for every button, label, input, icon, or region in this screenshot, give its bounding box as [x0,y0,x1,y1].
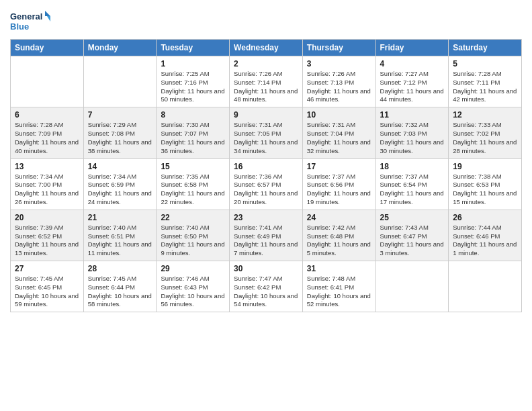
day-number: 8 [161,110,225,120]
day-number: 2 [234,59,298,68]
day-number: 17 [307,162,371,171]
svg-text:Blue: Blue [10,21,29,32]
cell-w3-d7: 19Sunrise: 7:38 AM Sunset: 6:53 PM Dayli… [449,158,522,210]
day-number: 27 [15,264,79,273]
cell-w3-d1: 13Sunrise: 7:34 AM Sunset: 7:00 PM Dayli… [11,158,84,210]
day-number: 18 [380,162,445,171]
col-friday: Friday [375,40,449,56]
week-row-1: 1Sunrise: 7:25 AM Sunset: 7:16 PM Daylig… [11,56,522,107]
cell-content: Sunrise: 7:46 AM Sunset: 6:43 PM Dayligh… [161,275,225,309]
cell-w2-d2: 7Sunrise: 7:29 AM Sunset: 7:08 PM Daylig… [83,107,157,158]
cell-content: Sunrise: 7:33 AM Sunset: 7:02 PM Dayligh… [453,121,517,155]
cell-w2-d5: 10Sunrise: 7:31 AM Sunset: 7:04 PM Dayli… [302,107,375,158]
calendar-header-row: Sunday Monday Tuesday Wednesday Thursday… [11,40,522,56]
day-number: 11 [380,110,445,120]
day-number: 26 [453,213,517,222]
day-number: 31 [307,264,371,273]
day-number: 3 [307,59,371,68]
week-row-5: 27Sunrise: 7:45 AM Sunset: 6:45 PM Dayli… [11,261,522,312]
day-number: 20 [15,213,79,222]
cell-content: Sunrise: 7:31 AM Sunset: 7:05 PM Dayligh… [234,121,298,155]
day-number: 9 [234,110,298,120]
svg-marker-3 [47,16,50,21]
day-number: 1 [161,59,225,68]
cell-w3-d4: 16Sunrise: 7:36 AM Sunset: 6:57 PM Dayli… [230,158,303,210]
logo: General Blue [10,9,50,34]
cell-content: Sunrise: 7:37 AM Sunset: 6:56 PM Dayligh… [307,173,371,207]
cell-content: Sunrise: 7:39 AM Sunset: 6:52 PM Dayligh… [15,224,79,258]
cell-content: Sunrise: 7:40 AM Sunset: 6:51 PM Dayligh… [88,224,152,258]
cell-w4-d4: 23Sunrise: 7:41 AM Sunset: 6:49 PM Dayli… [230,210,303,261]
day-number: 23 [234,213,298,222]
cell-w5-d2: 28Sunrise: 7:45 AM Sunset: 6:44 PM Dayli… [83,261,157,312]
cell-w3-d5: 17Sunrise: 7:37 AM Sunset: 6:56 PM Dayli… [302,158,375,210]
calendar-table: Sunday Monday Tuesday Wednesday Thursday… [10,39,522,312]
cell-w5-d5: 31Sunrise: 7:48 AM Sunset: 6:41 PM Dayli… [302,261,375,312]
day-number: 29 [161,264,225,273]
cell-w1-d2 [83,56,157,107]
cell-w5-d6 [375,261,449,312]
cell-w1-d7: 5Sunrise: 7:28 AM Sunset: 7:11 PM Daylig… [449,56,522,107]
cell-w1-d6: 4Sunrise: 7:27 AM Sunset: 7:12 PM Daylig… [375,56,449,107]
cell-content: Sunrise: 7:36 AM Sunset: 6:57 PM Dayligh… [234,173,298,207]
cell-content: Sunrise: 7:48 AM Sunset: 6:41 PM Dayligh… [307,275,371,309]
cell-content: Sunrise: 7:27 AM Sunset: 7:12 PM Dayligh… [380,70,445,104]
cell-w5-d3: 29Sunrise: 7:46 AM Sunset: 6:43 PM Dayli… [157,261,230,312]
cell-w4-d3: 22Sunrise: 7:40 AM Sunset: 6:50 PM Dayli… [157,210,230,261]
cell-w4-d5: 24Sunrise: 7:42 AM Sunset: 6:48 PM Dayli… [302,210,375,261]
cell-w1-d4: 2Sunrise: 7:26 AM Sunset: 7:14 PM Daylig… [230,56,303,107]
day-number: 14 [88,162,152,171]
cell-w1-d5: 3Sunrise: 7:26 AM Sunset: 7:13 PM Daylig… [302,56,375,107]
day-number: 28 [88,264,152,273]
day-number: 10 [307,110,371,120]
day-number: 21 [88,213,152,222]
cell-content: Sunrise: 7:26 AM Sunset: 7:13 PM Dayligh… [307,70,371,104]
cell-content: Sunrise: 7:41 AM Sunset: 6:49 PM Dayligh… [234,224,298,258]
day-number: 15 [161,162,225,171]
week-row-4: 20Sunrise: 7:39 AM Sunset: 6:52 PM Dayli… [11,210,522,261]
cell-content: Sunrise: 7:42 AM Sunset: 6:48 PM Dayligh… [307,224,371,258]
logo-svg: General Blue [10,9,50,34]
cell-w2-d4: 9Sunrise: 7:31 AM Sunset: 7:05 PM Daylig… [230,107,303,158]
day-number: 12 [453,110,517,120]
cell-w3-d2: 14Sunrise: 7:34 AM Sunset: 6:59 PM Dayli… [83,158,157,210]
cell-w2-d7: 12Sunrise: 7:33 AM Sunset: 7:02 PM Dayli… [449,107,522,158]
page: General Blue Sunday Monday Tuesday Wedne… [0,0,532,411]
cell-w2-d3: 8Sunrise: 7:30 AM Sunset: 7:07 PM Daylig… [157,107,230,158]
day-number: 25 [380,213,445,222]
cell-content: Sunrise: 7:34 AM Sunset: 7:00 PM Dayligh… [15,173,79,207]
cell-w5-d7 [449,261,522,312]
cell-content: Sunrise: 7:38 AM Sunset: 6:53 PM Dayligh… [453,173,517,207]
cell-content: Sunrise: 7:37 AM Sunset: 6:54 PM Dayligh… [380,173,445,207]
col-sunday: Sunday [11,40,84,56]
cell-content: Sunrise: 7:25 AM Sunset: 7:16 PM Dayligh… [161,70,225,104]
week-row-3: 13Sunrise: 7:34 AM Sunset: 7:00 PM Dayli… [11,158,522,210]
cell-content: Sunrise: 7:28 AM Sunset: 7:09 PM Dayligh… [15,121,79,155]
day-number: 24 [307,213,371,222]
day-number: 6 [15,110,79,120]
cell-w3-d6: 18Sunrise: 7:37 AM Sunset: 6:54 PM Dayli… [375,158,449,210]
cell-content: Sunrise: 7:35 AM Sunset: 6:58 PM Dayligh… [161,173,225,207]
cell-w4-d2: 21Sunrise: 7:40 AM Sunset: 6:51 PM Dayli… [83,210,157,261]
cell-content: Sunrise: 7:43 AM Sunset: 6:47 PM Dayligh… [380,224,445,258]
cell-w2-d6: 11Sunrise: 7:32 AM Sunset: 7:03 PM Dayli… [375,107,449,158]
cell-w4-d7: 26Sunrise: 7:44 AM Sunset: 6:46 PM Dayli… [449,210,522,261]
day-number: 5 [453,59,517,68]
cell-content: Sunrise: 7:26 AM Sunset: 7:14 PM Dayligh… [234,70,298,104]
cell-content: Sunrise: 7:45 AM Sunset: 6:44 PM Dayligh… [88,275,152,309]
cell-w2-d1: 6Sunrise: 7:28 AM Sunset: 7:09 PM Daylig… [11,107,84,158]
cell-content: Sunrise: 7:47 AM Sunset: 6:42 PM Dayligh… [234,275,298,309]
cell-w1-d1 [11,56,84,107]
cell-w5-d1: 27Sunrise: 7:45 AM Sunset: 6:45 PM Dayli… [11,261,84,312]
header: General Blue [10,7,522,34]
day-number: 30 [234,264,298,273]
cell-w5-d4: 30Sunrise: 7:47 AM Sunset: 6:42 PM Dayli… [230,261,303,312]
col-wednesday: Wednesday [230,40,303,56]
cell-w4-d6: 25Sunrise: 7:43 AM Sunset: 6:47 PM Dayli… [375,210,449,261]
day-number: 22 [161,213,225,222]
day-number: 16 [234,162,298,171]
day-number: 4 [380,59,445,68]
col-saturday: Saturday [449,40,522,56]
day-number: 13 [15,162,79,171]
cell-w4-d1: 20Sunrise: 7:39 AM Sunset: 6:52 PM Dayli… [11,210,84,261]
